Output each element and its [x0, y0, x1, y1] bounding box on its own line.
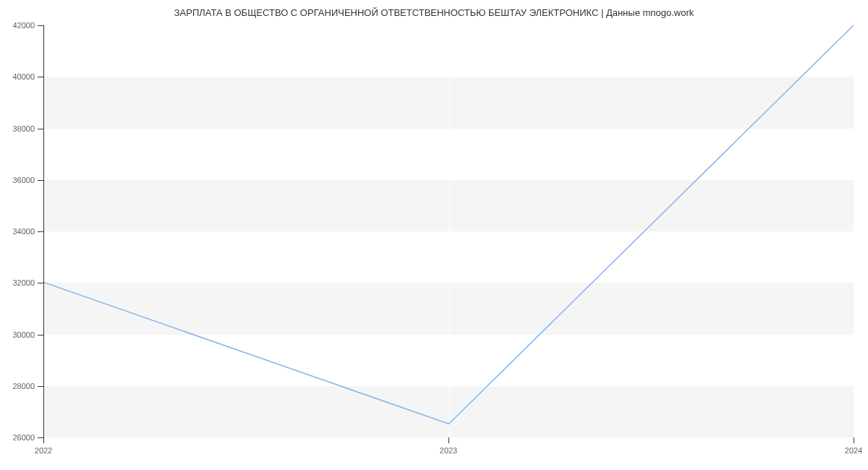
y-axis-label: 28000 [12, 382, 43, 390]
x-axis-label: 2023 [440, 437, 457, 455]
chart-container: 2600028000300003200034000360003800040000… [43, 25, 854, 437]
y-axis-label: 30000 [12, 330, 43, 339]
x-axis-label: 2024 [845, 437, 862, 455]
line-chart-svg [44, 25, 854, 437]
data-line [44, 25, 854, 424]
y-axis-label: 42000 [12, 21, 43, 30]
x-axis-label: 2022 [35, 437, 52, 455]
y-axis-label: 36000 [12, 176, 43, 184]
y-axis-label: 32000 [12, 278, 43, 287]
y-axis-label: 40000 [12, 72, 43, 81]
y-axis-label: 38000 [12, 124, 43, 133]
chart-title: ЗАРПЛАТА В ОБЩЕСТВО С ОРГАНИЧЕННОЙ ОТВЕТ… [0, 0, 868, 18]
y-axis-label: 34000 [12, 227, 43, 236]
x-gridline [854, 25, 855, 437]
plot-area [43, 25, 854, 437]
